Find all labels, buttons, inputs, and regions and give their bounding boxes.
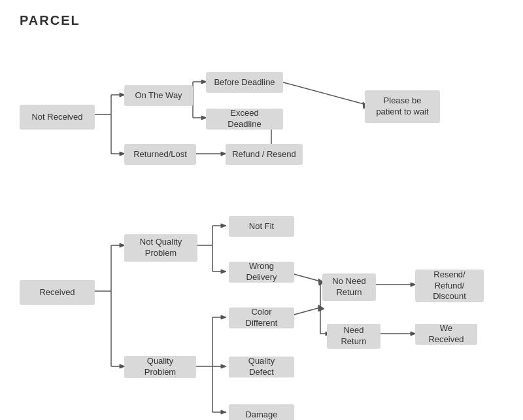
color-different-node: Color Different [229, 307, 294, 328]
received-node: Received [20, 280, 95, 305]
svg-marker-35 [221, 315, 226, 319]
not-fit-node: Not Fit [229, 216, 294, 237]
not-quality-problem-node: Not Quality Problem [124, 234, 197, 262]
resend-refund-discount-node: Resend/ Refund/ Discount [415, 270, 484, 302]
svg-marker-29 [221, 270, 226, 273]
need-return-node: Need Return [327, 324, 380, 349]
not-received-node: Not Received [20, 105, 95, 130]
we-received-node: We Received [415, 324, 477, 345]
svg-marker-41 [318, 305, 324, 311]
refund-resend-node: Refund / Resend [226, 144, 303, 165]
on-the-way-node: On The Way [124, 85, 193, 106]
returned-lost-node: Returned/Lost [124, 144, 196, 165]
please-be-patient-node: Please be patient to wait [365, 90, 440, 123]
damage-node: Damage [229, 404, 294, 420]
svg-line-12 [281, 82, 366, 105]
page-title: PARCEL [20, 13, 80, 28]
before-deadline-node: Before Deadline [206, 72, 283, 93]
no-need-return-node: No Need Return [322, 273, 376, 301]
svg-marker-37 [221, 364, 226, 368]
svg-marker-27 [221, 224, 226, 228]
exceed-deadline-node: Exceed Deadline [206, 109, 283, 130]
wrong-delivery-node: Wrong Delivery [229, 262, 294, 283]
flowchart: Not Received On The Way Before Deadline … [0, 39, 523, 419]
quality-defect-node: Quality Defect [229, 357, 294, 377]
svg-marker-39 [221, 410, 226, 414]
quality-problem-node: Quality Problem [124, 356, 196, 378]
